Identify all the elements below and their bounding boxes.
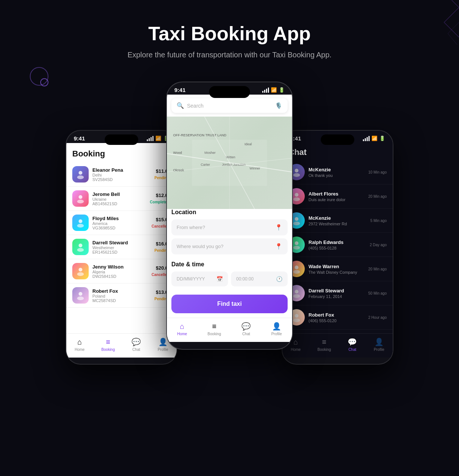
chat-list: McKenzie Ok thank you 10 Min ago Albert … (282, 160, 393, 333)
chat-item[interactable]: McKenzie Ok thank you 10 Min ago (282, 160, 393, 184)
svg-point-10 (79, 292, 82, 296)
booking-avatar (72, 239, 89, 255)
datetime-section: Date & time DD/MM/YYYY 📅 00:00:00 🕐 (167, 257, 292, 290)
nav-item-home[interactable]: ⌂ Home (75, 338, 85, 352)
booking-item[interactable]: Jerome Bell Ukraine AB145621SD $12.00 Co… (66, 187, 177, 211)
dynamic-island-right (321, 134, 354, 145)
find-taxi-button[interactable]: Find taxi (171, 295, 288, 313)
chat-time: 10 Min ago (368, 170, 387, 174)
right-nav-item-home[interactable]: ⌂ Home (291, 338, 301, 352)
chat-info: McKenzie 2972 Westheimer Rd (308, 215, 367, 226)
chat-message: February 11, 2014 (308, 294, 365, 299)
to-field[interactable]: Where would you go? 📍 (171, 238, 288, 254)
time-field[interactable]: 00:00:00 🕐 (231, 272, 288, 286)
booking-item[interactable]: Eleanor Pena Delhi SV2584SD $11.00 Pendi… (66, 162, 177, 187)
chat-info: Ralph Edwards (405) 555-0128 (308, 239, 366, 250)
booking-avatar (72, 287, 89, 304)
svg-point-4 (79, 219, 82, 223)
date-field[interactable]: DD/MM/YYYY 📅 (171, 272, 228, 286)
chat-item[interactable]: McKenzie 2972 Westheimer Rd 5 Min ago (282, 209, 393, 233)
right-nav-icon-profile: 👤 (374, 337, 384, 346)
page-title: Taxi Booking App (127, 22, 332, 45)
nav-item-booking[interactable]: ≡ Booking (101, 338, 115, 352)
booking-screen-title: Booking (66, 143, 177, 162)
svg-point-22 (293, 222, 300, 225)
booking-id: SV2584SD (92, 177, 149, 182)
clock-icon: 🕐 (276, 276, 282, 282)
chat-name: Albert Flores (308, 191, 365, 197)
center-nav-icon-home: ⌂ (180, 322, 184, 331)
booking-list: Eleanor Pena Delhi SV2584SD $11.00 Pendi… (66, 162, 177, 333)
chat-info: Wade Warren The Walt Disney Company (308, 264, 365, 275)
svg-point-0 (79, 171, 82, 175)
booking-item[interactable]: Darrell Steward Westheimer ER145621SD $1… (66, 235, 177, 259)
svg-point-6 (79, 244, 82, 247)
right-nav-icon-home: ⌂ (294, 338, 298, 346)
mic-icon[interactable]: 🎙️ (275, 102, 282, 109)
svg-point-30 (293, 318, 300, 322)
chat-item[interactable]: Wade Warren The Walt Disney Company 20 M… (282, 257, 393, 281)
right-nav-item-profile[interactable]: 👤 Profile (374, 337, 384, 352)
booking-item[interactable]: Robert Fox Poland MC25874SD $13.00 Pendi… (66, 283, 177, 308)
right-phone: 9:41 📶 🔋 Chat McKenzie Ok thank you 10 M… (282, 130, 393, 365)
home-screen: 🔍 Search 🎙️ OFF-RESERVATION TRUST LANDId… (167, 95, 292, 342)
search-bar[interactable]: 🔍 Search 🎙️ (171, 98, 288, 113)
booking-info: Eleanor Pena Delhi SV2584SD (92, 167, 149, 182)
booking-info: Robert Fox Poland MC25874SD (92, 288, 149, 303)
nav-item-chat[interactable]: 💬 Chat (132, 337, 141, 352)
time-center: 9:41 (174, 87, 186, 93)
nav-icon-profile: 👤 (158, 337, 168, 346)
chat-item[interactable]: Robert Fox (406) 555-0120 2 Hour ago (282, 305, 393, 330)
phones-container: 9:41 📶 🔋 Booking Eleanor Pena Delhi SV25… (66, 82, 393, 350)
booking-location: Westheimer (92, 245, 149, 250)
center-phone: 9:41 📶 🔋 🔍 Search 🎙️ OFF-RESERVATION TRU… (166, 82, 293, 350)
center-nav-item-profile[interactable]: 👤 Profile (271, 322, 282, 336)
from-placeholder: From where? (177, 225, 272, 230)
chat-name: Robert Fox (308, 312, 365, 318)
right-nav-item-booking[interactable]: ≡ Booking (317, 338, 331, 352)
right-nav-label-profile: Profile (374, 348, 384, 352)
center-nav-icon-booking: ≡ (212, 322, 216, 331)
location-section: Location From where? 📍 Where would you g… (167, 209, 292, 257)
status-icons-left: 📶 🔋 (147, 136, 169, 141)
center-nav-item-chat[interactable]: 💬 Chat (241, 322, 251, 336)
dynamic-island-center (209, 86, 250, 98)
booking-item[interactable]: Floyd Miles America VG36985SD $15.00 Can… (66, 211, 177, 235)
signal-icon-right (363, 136, 370, 141)
booking-name: Eleanor Pena (92, 167, 149, 173)
datetime-row: DD/MM/YYYY 📅 00:00:00 🕐 (171, 272, 288, 286)
location-pin-from: 📍 (275, 224, 282, 231)
page-header: Taxi Booking App Explore the future of t… (127, 0, 332, 59)
location-title: Location (171, 209, 288, 216)
svg-point-11 (77, 296, 84, 300)
right-nav-item-chat[interactable]: 💬 Chat (348, 337, 357, 352)
booking-avatar (72, 215, 89, 231)
booking-info: Floyd Miles America VG36985SD (92, 216, 146, 230)
center-nav-label-home: Home (177, 332, 187, 336)
svg-point-17 (295, 169, 298, 172)
svg-point-1 (77, 175, 84, 179)
center-nav-icon-profile: 👤 (272, 322, 281, 331)
center-nav-item-booking[interactable]: ≡ Booking (208, 322, 221, 336)
booking-name: Floyd Miles (92, 216, 146, 221)
svg-point-29 (295, 314, 298, 318)
booking-location: Poland (92, 294, 149, 298)
booking-location: Ukraine (92, 197, 145, 201)
battery-icon-center: 🔋 (279, 87, 285, 93)
chat-name: Ralph Edwards (308, 239, 366, 245)
svg-point-19 (295, 193, 298, 197)
chat-item[interactable]: Eleanor Pena 2972 Westheimer Rd. Santa A… (282, 330, 393, 333)
center-nav-icon-chat: 💬 (241, 322, 251, 331)
booking-item[interactable]: Jenny Wilson Algeria DW25841SD $20.00 Ca… (66, 259, 177, 283)
chat-item[interactable]: Darrell Steward February 11, 2014 50 Min… (282, 281, 393, 305)
svg-point-8 (79, 268, 82, 272)
map-area[interactable]: OFF-RESERVATION TRUST LANDIdealWoodMoshe… (167, 117, 292, 209)
center-nav-item-home[interactable]: ⌂ Home (177, 322, 187, 336)
chat-info: Robert Fox (406) 555-0120 (308, 312, 365, 323)
nav-item-profile[interactable]: 👤 Profile (158, 337, 168, 352)
booking-id: ER145621SD (92, 250, 149, 254)
chat-item[interactable]: Albert Flores Duis aute irure dolor 20 M… (282, 184, 393, 209)
search-input[interactable]: Search (187, 103, 272, 109)
chat-item[interactable]: Ralph Edwards (405) 555-0128 2 Day ago (282, 233, 393, 257)
from-field[interactable]: From where? 📍 (171, 219, 288, 235)
